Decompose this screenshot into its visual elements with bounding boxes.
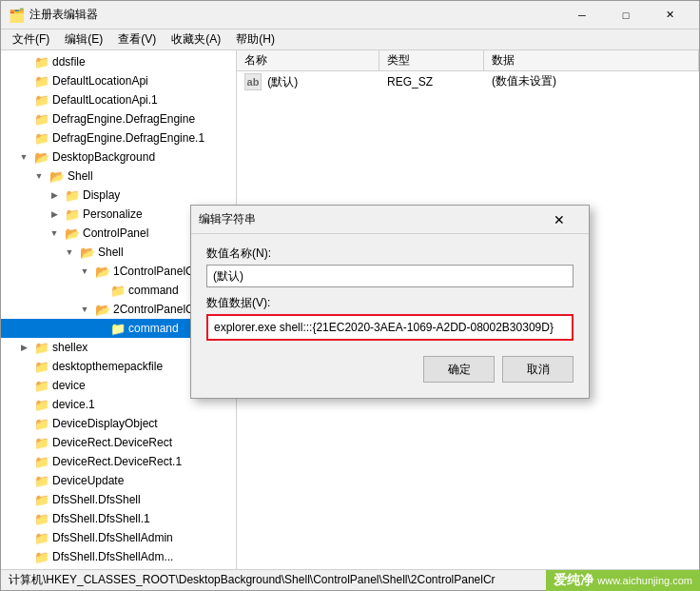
tree-item-devicedisplay[interactable]: 📁 DeviceDisplayObject [1, 414, 236, 433]
tree-item-defaultlocationapi1[interactable]: 📁 DefaultLocationApi.1 [1, 90, 236, 109]
folder-icon: 📁 [34, 454, 49, 469]
folder-icon: 📂 [95, 302, 110, 317]
folder-icon: 📁 [34, 378, 49, 393]
data-field-label: 数值数据(V): [206, 295, 574, 311]
row-icon: ab [244, 73, 262, 90]
folder-icon: 📁 [34, 549, 49, 564]
expand-icon[interactable]: ▼ [31, 168, 47, 184]
expand-icon[interactable]: ▼ [47, 226, 62, 241]
name-field-input[interactable] [206, 265, 574, 287]
dialog-close-button[interactable]: ✕ [537, 206, 581, 234]
folder-icon: 📁 [34, 359, 49, 374]
menu-view[interactable]: 查看(V) [110, 30, 164, 49]
expand-icon[interactable]: ▼ [77, 264, 92, 279]
close-button[interactable]: ✕ [648, 1, 691, 30]
folder-icon: 📁 [34, 111, 49, 127]
folder-icon: 📁 [34, 416, 49, 431]
expand-icon[interactable]: ▼ [62, 245, 77, 260]
window-title: 注册表编辑器 [29, 7, 560, 23]
tree-label: Shell [98, 246, 124, 259]
folder-icon: 📁 [65, 207, 80, 222]
expand-icon[interactable]: ▶ [47, 207, 62, 222]
table-header: 名称 类型 数据 [237, 50, 699, 71]
tree-item-defragengine[interactable]: 📁 DefragEngine.DefragEngine [1, 109, 236, 128]
folder-icon: 📁 [34, 530, 49, 545]
folder-icon: 📁 [34, 73, 49, 89]
tree-label: ControlPanel [83, 227, 148, 240]
tree-label: ddsfile [52, 55, 86, 69]
tree-label: DfsShell.DfsShell [52, 493, 141, 506]
tree-item-dfsshell1[interactable]: 📁 DfsShell.DfsShell.1 [1, 509, 236, 528]
tree-item-dfsshell-admin[interactable]: 📁 DfsShell.DfsShellAdmin [1, 528, 236, 547]
folder-icon: 📁 [34, 130, 49, 146]
data-field-input[interactable] [206, 314, 574, 341]
tree-label: device [52, 379, 86, 392]
folder-icon: 📂 [80, 245, 95, 260]
folder-icon: 📁 [34, 492, 49, 507]
tree-label: DeviceRect.DeviceRect [52, 436, 172, 449]
folder-icon: 📁 [110, 283, 126, 298]
minimize-button[interactable]: ─ [560, 1, 604, 30]
tree-label: DfsShell.DfsShellAdmin [52, 531, 173, 544]
col-header-data[interactable]: 数据 [484, 50, 699, 70]
tree-item-defaultlocationapi[interactable]: 📁 DefaultLocationApi [1, 71, 236, 90]
tree-item-dfsshell[interactable]: 📁 DfsShell.DfsShell [1, 490, 236, 509]
tree-item-ddsfile[interactable]: 📁 ddsfile [1, 52, 236, 71]
tree-label: Shell [68, 169, 93, 183]
menu-favorites[interactable]: 收藏夹(A) [164, 30, 228, 49]
tree-label: DefaultLocationApi [52, 74, 148, 88]
tree-label: DeviceDisplayObject [52, 417, 158, 430]
folder-icon: 📁 [65, 187, 80, 203]
maximize-button[interactable]: □ [604, 1, 648, 30]
folder-icon: 📁 [34, 92, 49, 108]
tree-label: desktopthemepackfile [52, 360, 163, 373]
expand-icon[interactable]: ▶ [47, 187, 62, 203]
tree-label: DefragEngine.DefragEngine.1 [52, 131, 204, 145]
tree-label: device.1 [52, 398, 95, 411]
folder-icon: 📂 [49, 168, 65, 184]
cell-name-default: ab (默认) [237, 71, 379, 92]
tree-item-devicerect[interactable]: 📁 DeviceRect.DeviceRect [1, 433, 236, 452]
watermark-logo: 爱纯净 [554, 572, 593, 589]
tree-label: command [128, 322, 179, 335]
tree-label: DefaultLocationApi.1 [52, 93, 158, 107]
folder-icon: 📁 [34, 340, 49, 355]
dialog-title-bar: 编辑字符串 ✕ [191, 206, 589, 234]
tree-item-shell[interactable]: ▼ 📂 Shell [1, 167, 236, 186]
expand-icon[interactable]: ▼ [77, 302, 92, 317]
menu-edit[interactable]: 编辑(E) [57, 30, 110, 49]
folder-icon: 📁 [34, 54, 49, 69]
folder-icon: 📁 [34, 397, 49, 412]
tree-label: shellex [52, 341, 88, 354]
title-bar-buttons: ─ □ ✕ [560, 1, 691, 30]
tree-label: Display [83, 188, 120, 202]
tree-item-desktopbackground[interactable]: ▼ 📂 DesktopBackground [1, 148, 236, 167]
folder-icon: 📁 [34, 511, 49, 526]
col-header-type[interactable]: 类型 [379, 50, 484, 70]
ok-button[interactable]: 确定 [423, 356, 495, 383]
tree-item-dfsshell-adm[interactable]: 📁 DfsShell.DfsShellAdm... [1, 547, 236, 566]
tree-item-deviceupdate[interactable]: 📁 DeviceUpdate [1, 471, 236, 490]
dialog-title: 编辑字符串 [199, 211, 537, 227]
watermark-site: www.aichunjing.com [597, 575, 692, 586]
folder-icon: 📂 [95, 264, 110, 279]
table-row-default[interactable]: ab (默认) REG_SZ (数值未设置) [237, 71, 699, 92]
cell-data-default: (数值未设置) [484, 71, 699, 91]
menu-bar: 文件(F) 编辑(E) 查看(V) 收藏夹(A) 帮助(H) [1, 30, 699, 50]
data-field-group: 数值数据(V): [206, 295, 574, 341]
expand-icon[interactable]: ▼ [16, 149, 31, 165]
folder-icon: 📁 [34, 435, 49, 450]
menu-file[interactable]: 文件(F) [5, 30, 57, 49]
expand-icon[interactable]: ▶ [16, 340, 31, 355]
tree-item-defragengine1[interactable]: 📁 DefragEngine.DefragEngine.1 [1, 128, 236, 148]
col-header-name[interactable]: 名称 [237, 50, 379, 70]
cell-type-default: REG_SZ [379, 73, 484, 90]
tree-label: DfsShell.DfsShell.1 [52, 512, 150, 525]
cancel-button[interactable]: 取消 [502, 356, 574, 383]
tree-item-devicerect1[interactable]: 📁 DeviceRect.DeviceRect.1 [1, 452, 236, 471]
folder-icon: 📁 [34, 473, 49, 488]
folder-icon: 📁 [110, 321, 126, 336]
tree-label: DesktopBackground [52, 150, 155, 164]
tree-item-display[interactable]: ▶ 📁 Display [1, 186, 236, 205]
menu-help[interactable]: 帮助(H) [228, 30, 282, 49]
